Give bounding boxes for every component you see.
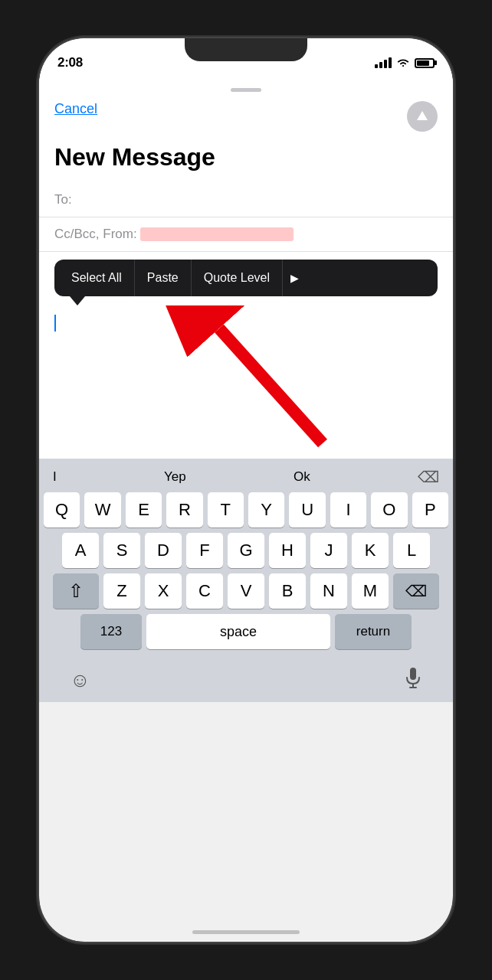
svg-line-1	[219, 328, 323, 443]
quicktype-row: I Yep Ok ⌫	[44, 465, 448, 492]
key-a[interactable]: A	[62, 533, 99, 568]
key-q[interactable]: Q	[44, 492, 80, 528]
send-arrow-icon	[417, 111, 428, 120]
signal-icon	[375, 57, 392, 68]
keyboard[interactable]: I Yep Ok ⌫ Q W E R T Y U I O P A S	[39, 459, 453, 658]
more-menu-arrow-icon[interactable]: ▶	[283, 272, 307, 284]
key-x[interactable]: X	[145, 573, 182, 609]
key-j[interactable]: J	[310, 533, 347, 568]
battery-fill	[417, 60, 429, 66]
key-g[interactable]: G	[228, 533, 264, 568]
key-row-1: Q W E R T Y U I O P	[44, 492, 448, 528]
quicktype-backspace-icon[interactable]: ⌫	[418, 468, 439, 486]
signal-bar-2	[379, 62, 382, 68]
compose-title: New Message	[39, 139, 453, 183]
mail-app: Cancel New Message To: Cc/Bcc, From: S	[39, 78, 453, 459]
status-time: 2:08	[57, 55, 83, 70]
key-k[interactable]: K	[352, 533, 389, 568]
key-p[interactable]: P	[412, 492, 448, 528]
annotation-arrow	[39, 305, 453, 459]
cc-label: Cc/Bcc, From:	[54, 227, 137, 242]
svg-rect-2	[410, 668, 416, 680]
key-n[interactable]: N	[310, 573, 347, 609]
key-h[interactable]: H	[269, 533, 306, 568]
signal-bar-4	[389, 57, 392, 68]
key-v[interactable]: V	[228, 573, 264, 609]
key-row-3: ⇧ Z X C V B N M ⌫	[44, 573, 448, 609]
shift-key[interactable]: ⇧	[53, 573, 99, 609]
key-t[interactable]: T	[208, 492, 244, 528]
to-label: To:	[54, 192, 72, 207]
sheet-handle	[231, 88, 261, 92]
backspace-key[interactable]: ⌫	[393, 573, 439, 609]
notch	[185, 38, 307, 61]
context-menu-container: Select All Paste Quote Level ▶	[39, 252, 453, 305]
phone-shell: 2:08	[39, 38, 453, 942]
cc-field-row[interactable]: Cc/Bcc, From:	[39, 217, 453, 252]
bottom-bar: ☺	[39, 658, 453, 702]
emoji-button[interactable]: ☺	[70, 668, 90, 692]
key-m[interactable]: M	[352, 573, 389, 609]
home-indicator	[192, 930, 300, 934]
key-o[interactable]: O	[371, 492, 407, 528]
context-menu: Select All Paste Quote Level ▶	[54, 260, 438, 296]
key-f[interactable]: F	[186, 533, 223, 568]
compose-body[interactable]	[39, 305, 453, 459]
text-cursor	[54, 315, 56, 332]
key-b[interactable]: B	[269, 573, 306, 609]
quicktype-word-1[interactable]: I	[53, 469, 57, 485]
status-bar: 2:08	[39, 38, 453, 78]
numbers-key[interactable]: 123	[80, 614, 142, 649]
key-z[interactable]: Z	[103, 573, 140, 609]
signal-bar-1	[375, 64, 378, 68]
quote-level-menu-item[interactable]: Quote Level	[192, 260, 283, 296]
paste-menu-item[interactable]: Paste	[135, 260, 192, 296]
key-w[interactable]: W	[84, 492, 120, 528]
key-i[interactable]: I	[330, 492, 366, 528]
space-key[interactable]: space	[146, 614, 330, 649]
key-y[interactable]: Y	[248, 492, 284, 528]
wifi-icon	[396, 57, 410, 68]
to-field-row[interactable]: To:	[39, 183, 453, 217]
quicktype-word-2[interactable]: Yep	[164, 469, 186, 485]
key-row-2: A S D F G H J K L	[44, 533, 448, 568]
key-r[interactable]: R	[166, 492, 202, 528]
key-e[interactable]: E	[126, 492, 162, 528]
key-s[interactable]: S	[103, 533, 140, 568]
status-icons	[375, 57, 435, 68]
from-address-redacted	[140, 227, 294, 241]
key-c[interactable]: C	[186, 573, 223, 609]
cancel-button[interactable]: Cancel	[54, 101, 97, 117]
phone-screen: 2:08	[39, 38, 453, 942]
context-menu-pointer	[70, 296, 85, 305]
mail-header: Cancel	[39, 101, 453, 139]
signal-bar-3	[384, 60, 387, 68]
quicktype-word-3[interactable]: Ok	[294, 469, 310, 485]
return-key[interactable]: return	[335, 614, 412, 649]
mic-button[interactable]	[404, 667, 422, 693]
select-all-menu-item[interactable]: Select All	[59, 260, 135, 296]
key-d[interactable]: D	[145, 533, 182, 568]
key-l[interactable]: L	[393, 533, 430, 568]
battery-icon	[415, 58, 435, 68]
key-u[interactable]: U	[289, 492, 325, 528]
sheet-handle-area	[39, 78, 453, 101]
send-button[interactable]	[407, 101, 438, 132]
key-row-4: 123 space return	[44, 614, 448, 649]
